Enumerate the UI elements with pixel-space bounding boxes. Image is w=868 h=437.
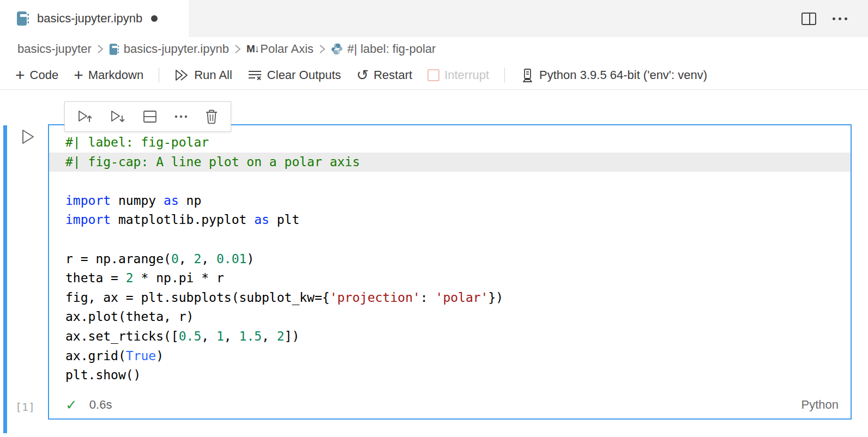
breadcrumb-file-label: basics-jupyter.ipynb bbox=[124, 42, 229, 56]
plus-icon: + bbox=[74, 69, 83, 81]
code-line[interactable]: r = np.arange(0, 2, 0.01) bbox=[49, 250, 851, 269]
modified-dot bbox=[151, 15, 158, 22]
breadcrumb-item-section[interactable]: M↓ Polar Axis bbox=[246, 42, 314, 56]
code-line[interactable] bbox=[49, 230, 851, 250]
add-code-label: Code bbox=[30, 68, 59, 82]
play-icon bbox=[20, 128, 36, 145]
split-cell-icon bbox=[142, 110, 158, 124]
breadcrumb-section-label: Polar Axis bbox=[260, 42, 314, 56]
chevron-right-icon bbox=[319, 44, 326, 54]
clear-outputs-button[interactable]: Clear Outputs bbox=[248, 68, 341, 82]
add-markdown-label: Markdown bbox=[88, 68, 143, 82]
code-lines[interactable]: #| label: fig-polar#| fig-cap: A line pl… bbox=[49, 125, 851, 385]
python-icon bbox=[331, 43, 343, 55]
code-line[interactable]: ax.grid(True) bbox=[49, 347, 851, 366]
breadcrumb-cell-label: #| label: fig-polar bbox=[347, 42, 436, 56]
editor-actions bbox=[801, 0, 847, 37]
kernel-icon bbox=[520, 68, 534, 83]
kernel-label: Python 3.9.5 64-bit ('env': venv) bbox=[539, 68, 707, 82]
interrupt-icon bbox=[427, 69, 439, 81]
kernel-picker[interactable]: Python 3.9.5 64-bit ('env': venv) bbox=[520, 68, 707, 83]
tab-basics-jupyter[interactable]: basics-jupyter.ipynb bbox=[0, 0, 189, 37]
interrupt-label: Interrupt bbox=[444, 68, 489, 82]
clear-outputs-label: Clear Outputs bbox=[267, 68, 341, 82]
delete-cell-button[interactable] bbox=[204, 109, 219, 124]
breadcrumb-folder-label: basics-jupyter bbox=[17, 42, 92, 56]
code-line[interactable] bbox=[49, 172, 851, 191]
execute-above-button[interactable] bbox=[77, 109, 93, 124]
interrupt-button[interactable]: Interrupt bbox=[427, 68, 489, 82]
run-above-icon bbox=[77, 109, 93, 124]
breadcrumb: basics-jupyter basics-jupyter.ipynb M↓ P… bbox=[0, 37, 868, 61]
chevron-right-icon bbox=[97, 44, 104, 54]
add-code-button[interactable]: + Code bbox=[15, 68, 58, 82]
tab-title: basics-jupyter.ipynb bbox=[37, 11, 142, 26]
notebook-icon bbox=[16, 11, 29, 26]
trash-icon bbox=[204, 109, 219, 124]
breadcrumb-item-file[interactable]: basics-jupyter.ipynb bbox=[109, 42, 229, 56]
more-cell-actions-button[interactable] bbox=[174, 114, 188, 119]
run-all-button[interactable]: Run All bbox=[174, 68, 232, 82]
notebook-toolbar: + Code + Markdown Run All Clear Outputs … bbox=[0, 61, 868, 90]
tab-bar: basics-jupyter.ipynb bbox=[0, 0, 868, 37]
ellipsis-icon bbox=[174, 114, 188, 119]
execution-count: [1] bbox=[15, 400, 35, 414]
notebook-editor: [1] bbox=[0, 90, 868, 437]
breadcrumb-item-folder[interactable]: basics-jupyter bbox=[17, 42, 92, 56]
code-line[interactable]: fig, ax = plt.subplots(subplot_kw={'proj… bbox=[49, 288, 851, 308]
restart-icon: ↺ bbox=[357, 69, 369, 82]
code-line[interactable]: import numpy as np bbox=[49, 191, 851, 211]
execute-below-button[interactable] bbox=[110, 109, 126, 124]
code-line[interactable]: #| label: fig-polar bbox=[49, 133, 851, 153]
code-cell[interactable]: #| label: fig-polar#| fig-cap: A line pl… bbox=[48, 124, 852, 420]
breadcrumb-item-cell[interactable]: #| label: fig-polar bbox=[331, 42, 436, 56]
run-below-icon bbox=[110, 109, 126, 124]
restart-button[interactable]: ↺ Restart bbox=[357, 68, 413, 82]
toolbar-divider bbox=[159, 68, 159, 83]
code-line[interactable]: import matplotlib.pyplot as plt bbox=[49, 210, 851, 230]
code-line[interactable]: ax.plot(theta, r) bbox=[49, 307, 851, 327]
cell-language-picker[interactable]: Python bbox=[801, 398, 839, 412]
split-cell-button[interactable] bbox=[142, 110, 158, 124]
execution-duration: 0.6s bbox=[89, 398, 801, 412]
cell-focus-bar bbox=[3, 125, 7, 433]
notebook-icon bbox=[109, 43, 119, 56]
add-markdown-button[interactable]: + Markdown bbox=[74, 68, 143, 82]
success-check-icon: ✓ bbox=[65, 397, 77, 414]
code-line[interactable]: #| fig-cap: A line plot on a polar axis bbox=[49, 153, 851, 172]
clear-outputs-icon bbox=[248, 69, 262, 82]
code-line[interactable]: ax.set_rticks([0.5, 1, 1.5, 2]) bbox=[49, 327, 851, 347]
markdown-icon: M↓ bbox=[246, 43, 259, 55]
run-all-icon bbox=[174, 68, 189, 82]
plus-icon: + bbox=[15, 69, 25, 81]
cell-status-bar: ✓ 0.6s Python bbox=[49, 391, 851, 418]
run-cell-button[interactable] bbox=[20, 128, 36, 145]
code-line[interactable]: theta = 2 * np.pi * r bbox=[49, 269, 851, 288]
run-all-label: Run All bbox=[194, 68, 232, 82]
code-line[interactable]: plt.show() bbox=[49, 366, 851, 385]
more-actions-icon[interactable] bbox=[833, 17, 847, 20]
cell-toolbar bbox=[64, 101, 231, 132]
restart-label: Restart bbox=[373, 68, 412, 82]
split-editor-icon[interactable] bbox=[801, 13, 816, 25]
toolbar-divider bbox=[504, 68, 505, 83]
chevron-right-icon bbox=[234, 44, 241, 54]
